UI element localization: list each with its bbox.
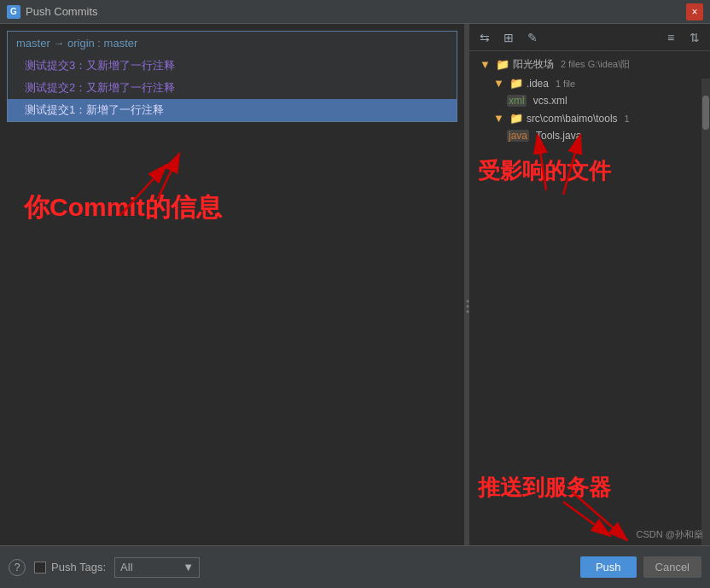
push-button[interactable]: Push xyxy=(580,556,637,578)
commit-list-area: master → origin : master 测试提交3：又新增了一行注释 … xyxy=(7,31,457,122)
file-tree-scrollbar[interactable] xyxy=(701,79,710,588)
commit-item-2[interactable]: 测试提交2：又新增了一行注释 xyxy=(8,77,457,99)
scrollbar-thumb[interactable] xyxy=(702,96,709,130)
vcs-file-name: vcs.xml xyxy=(533,95,567,107)
file-tree: ▼ 📁 阳光牧场 2 files G:\idea\阳 ▼ 📁 .idea 1 f… xyxy=(469,51,710,588)
folder-meta: 2 files G:\idea\阳 xyxy=(561,58,630,71)
edit-icon[interactable]: ✎ xyxy=(524,29,541,46)
right-panel: ⇆ ⊞ ✎ ≡ ⇅ ▼ 📁 阳光牧场 2 files G:\idea\阳 ▼ 📁… xyxy=(469,24,710,588)
push-annotation: 推送到服务器 xyxy=(478,473,611,503)
bottom-bar: ? Push Tags: All ▼ Push Cancel xyxy=(0,545,710,588)
dropdown-arrow-icon: ▼ xyxy=(183,561,194,573)
left-panel: master → origin : master 测试提交3：又新增了一行注释 … xyxy=(0,24,465,588)
window-title: Push Commits xyxy=(26,5,98,18)
files-annotation: 受影响的文件 xyxy=(478,156,611,186)
push-tags-label: Push Tags: xyxy=(51,561,106,573)
tree-item-idea[interactable]: ▼ 📁 .idea 1 file xyxy=(469,74,710,92)
order-icon[interactable]: ⇅ xyxy=(686,29,703,46)
push-tags-checkbox[interactable] xyxy=(34,562,46,573)
idea-folder-icon: 📁 xyxy=(509,77,523,90)
tree-item-tools-java[interactable]: java Tools.java xyxy=(469,127,710,144)
folder-name: 阳光牧场 xyxy=(513,57,554,72)
pin-icon[interactable]: ⇆ xyxy=(476,29,493,46)
main-content: master → origin : master 测试提交3：又新增了一行注释 … xyxy=(0,24,710,588)
xml-badge: xml xyxy=(507,95,527,107)
java-badge: java xyxy=(507,130,529,142)
tools-file-count: 1 xyxy=(625,114,630,124)
title-bar: G Push Commits × xyxy=(0,0,710,24)
push-tags-group: Push Tags: xyxy=(34,561,106,573)
grid-icon[interactable]: ⊞ xyxy=(500,29,517,46)
tree-item-tools[interactable]: ▼ 📁 src\com\baimo\tools 1 xyxy=(469,109,710,127)
bottom-buttons: Push Cancel xyxy=(580,556,701,578)
commit-item-3[interactable]: 测试提交3：又新增了一行注释 xyxy=(8,55,457,77)
app-icon: G xyxy=(7,5,20,19)
idea-file-count: 1 file xyxy=(556,79,575,89)
separator-dots xyxy=(466,300,468,312)
push-tags-dropdown[interactable]: All ▼ xyxy=(114,557,200,578)
cancel-button[interactable]: Cancel xyxy=(643,556,701,578)
help-button[interactable]: ? xyxy=(9,559,26,576)
commit-item-1[interactable]: 测试提交1：新增了一行注释 xyxy=(8,99,457,121)
tools-folder-name: src\com\baimo\tools xyxy=(527,113,618,125)
folder-icon: 📁 xyxy=(496,58,509,71)
sort-icon[interactable]: ≡ xyxy=(662,29,679,46)
tree-item-vcs[interactable]: xml vcs.xml xyxy=(469,92,710,109)
commit-annotation: 你Commit的信息 xyxy=(24,190,222,225)
right-toolbar: ⇆ ⊞ ✎ ≡ ⇅ xyxy=(469,24,710,51)
folder-expand-icon: ▼ xyxy=(480,58,491,71)
branch-header: master → origin : master xyxy=(8,32,457,55)
tools-java-name: Tools.java xyxy=(536,130,581,142)
close-button[interactable]: × xyxy=(686,3,703,20)
idea-folder-name: .idea xyxy=(527,78,549,90)
tools-expand-icon: ▼ xyxy=(493,112,504,125)
title-bar-left: G Push Commits xyxy=(7,5,98,19)
tools-folder-icon: 📁 xyxy=(509,112,523,125)
idea-expand-icon: ▼ xyxy=(493,77,504,90)
watermark: CSDN @孙和燊 xyxy=(637,528,703,541)
tree-item-root[interactable]: ▼ 📁 阳光牧场 2 files G:\idea\阳 xyxy=(469,55,710,74)
